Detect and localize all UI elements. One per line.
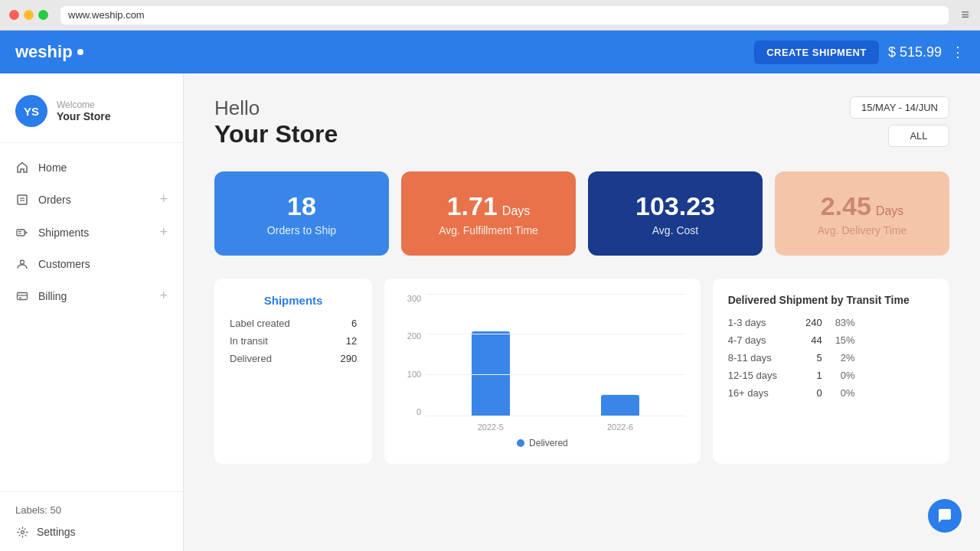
chart-bars-area xyxy=(426,294,684,416)
labels-count: Labels: 50 xyxy=(15,504,168,516)
transit-row-8-11: 8-11 days 5 2% xyxy=(728,352,934,364)
transit-pct-16plus: 0% xyxy=(828,387,855,399)
y-label-200: 200 xyxy=(400,331,421,341)
sidebar-nav: Home Orders + xyxy=(0,152,183,312)
x-axis-labels: 2022-5 2022-6 xyxy=(426,422,684,432)
greeting-text: Hello Your Store xyxy=(214,96,338,148)
balance-display: $ 515.99 xyxy=(888,44,942,60)
avg-delivery-days: Days xyxy=(876,204,903,218)
stats-grid: 18 Orders to Ship 1.71 Days Avg. Fulfill… xyxy=(214,171,949,256)
user-info: Welcome Your Store xyxy=(57,99,111,122)
orders-expand-icon[interactable]: + xyxy=(159,191,168,207)
transit-label-1-3: 1-3 days xyxy=(728,317,789,328)
billing-expand-icon[interactable]: + xyxy=(159,288,168,304)
sidebar: YS Welcome Your Store Home xyxy=(0,73,184,551)
transit-pct-12-15: 0% xyxy=(828,370,855,381)
greeting-store-name: Your Store xyxy=(214,120,338,148)
billing-icon xyxy=(15,289,29,303)
transit-label-8-11: 8-11 days xyxy=(728,352,789,364)
transit-pct-4-7: 15% xyxy=(828,334,855,346)
legend-label: Delivered xyxy=(529,438,568,448)
sidebar-item-shipments[interactable]: Shipments + xyxy=(0,216,183,249)
avg-delivery-number: 2.45 xyxy=(821,191,871,221)
transit-pct-1-3: 83% xyxy=(828,317,855,328)
welcome-text: Welcome xyxy=(57,99,111,110)
transit-label-16plus: 16+ days xyxy=(728,387,789,399)
avg-cost-number: 103.23 xyxy=(635,191,715,221)
sidebar-home-label: Home xyxy=(38,161,67,174)
svg-rect-9 xyxy=(19,297,21,298)
orders-to-ship-number: 18 xyxy=(287,191,316,221)
sidebar-bottom: Labels: 50 Settings xyxy=(0,491,183,551)
svg-point-10 xyxy=(21,530,24,533)
sidebar-item-home[interactable]: Home xyxy=(0,152,183,183)
svg-rect-0 xyxy=(18,195,27,204)
in-transit-value: 12 xyxy=(346,335,357,347)
transit-label-12-15: 12-15 days xyxy=(728,370,789,381)
customers-icon xyxy=(15,257,29,271)
legend-dot xyxy=(517,439,524,447)
avatar: YS xyxy=(15,95,47,127)
header-right: CREATE SHIPMENT $ 515.99 ⋮ xyxy=(754,41,965,64)
avg-fulfillment-days: Days xyxy=(502,204,530,218)
label-created-value: 6 xyxy=(351,318,357,329)
user-section: YS Welcome Your Store xyxy=(0,86,183,143)
transit-label-4-7: 4-7 days xyxy=(728,334,789,346)
transit-count-8-11: 5 xyxy=(795,352,822,364)
bar-2022-5 xyxy=(472,331,510,416)
y-axis-labels: 300 200 100 0 xyxy=(400,294,421,416)
all-filter-button[interactable]: ALL xyxy=(888,125,949,147)
shipments-expand-icon[interactable]: + xyxy=(159,224,168,240)
transit-pct-8-11: 2% xyxy=(828,352,855,364)
maximize-button-tl[interactable] xyxy=(38,10,48,20)
stat-card-avg-fulfillment: 1.71 Days Avg. Fulfillment Time xyxy=(401,171,576,256)
settings-label: Settings xyxy=(37,526,76,538)
delivered-value: 290 xyxy=(341,353,358,364)
date-range-button[interactable]: 15/MAY - 14/JUN xyxy=(850,96,949,119)
logo-text: weship xyxy=(15,42,73,62)
transit-title: Delivered Shipment by Transit Time xyxy=(728,294,934,306)
x-label-2022-5: 2022-5 xyxy=(478,422,504,432)
minimize-button-tl[interactable] xyxy=(24,10,34,20)
bar-2022-6 xyxy=(601,395,639,416)
orders-icon xyxy=(15,193,29,207)
sidebar-store-name: Your Store xyxy=(57,110,111,122)
sidebar-item-settings[interactable]: Settings xyxy=(15,525,168,539)
shipments-row-label-created: Label created 6 xyxy=(230,318,357,329)
avg-fulfillment-label: Avg. Fulfillment Time xyxy=(439,224,538,236)
y-label-0: 0 xyxy=(400,407,421,416)
sidebar-billing-label: Billing xyxy=(38,290,67,302)
x-label-2022-6: 2022-6 xyxy=(607,422,633,432)
close-button-tl[interactable] xyxy=(9,10,19,20)
transit-count-4-7: 44 xyxy=(795,334,822,346)
sidebar-item-orders[interactable]: Orders + xyxy=(0,183,183,216)
logo-dot xyxy=(77,49,83,55)
header-more-icon[interactable]: ⋮ xyxy=(951,44,965,60)
date-filters: 15/MAY - 14/JUN ALL xyxy=(850,96,949,147)
transit-row-4-7: 4-7 days 44 15% xyxy=(728,334,934,346)
browser-menu-icon[interactable]: ≡ xyxy=(961,7,971,23)
avg-cost-label: Avg. Cost xyxy=(652,224,698,236)
shipments-summary-card: Shipments Label created 6 In transit 12 … xyxy=(214,279,372,464)
traffic-lights xyxy=(9,10,48,20)
label-created-text: Label created xyxy=(230,318,290,329)
bar-group-1 xyxy=(472,331,510,416)
create-shipment-button[interactable]: CREATE SHIPMENT xyxy=(754,41,879,64)
transit-row-1-3: 1-3 days 240 83% xyxy=(728,317,934,328)
stat-card-avg-cost: 103.23 Avg. Cost xyxy=(588,171,763,256)
address-bar[interactable]: www.weship.com xyxy=(60,6,949,24)
chat-button[interactable] xyxy=(928,499,962,533)
sidebar-shipments-label: Shipments xyxy=(38,227,89,239)
bar-chart: 300 200 100 0 xyxy=(400,294,684,432)
stat-card-orders-to-ship: 18 Orders to Ship xyxy=(214,171,389,256)
sidebar-item-billing[interactable]: Billing + xyxy=(0,279,183,312)
transit-count-1-3: 240 xyxy=(795,317,822,328)
sidebar-item-customers[interactable]: Customers xyxy=(0,249,183,279)
avg-fulfillment-number: 1.71 xyxy=(447,191,498,221)
main-layout: YS Welcome Your Store Home xyxy=(0,73,980,551)
orders-to-ship-label: Orders to Ship xyxy=(267,224,336,236)
shipments-row-delivered: Delivered 290 xyxy=(230,353,357,364)
avatar-initials: YS xyxy=(24,105,39,118)
delivered-text: Delivered xyxy=(230,353,272,364)
bars-container xyxy=(426,294,684,416)
